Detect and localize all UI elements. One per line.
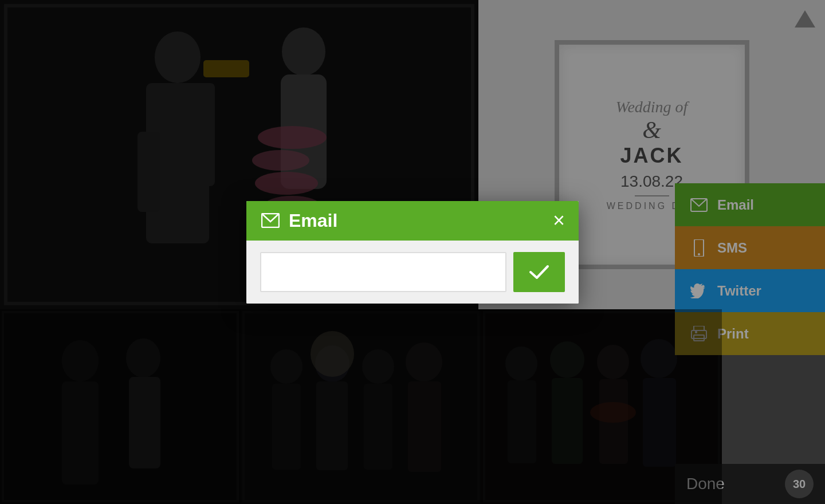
email-modal: Email ×: [246, 201, 579, 304]
modal-title: Email: [260, 210, 337, 231]
checkmark-icon: [529, 264, 549, 280]
modal-header: Email ×: [246, 201, 579, 241]
modal-body: [246, 241, 579, 304]
modal-close-button[interactable]: ×: [553, 210, 565, 231]
modal-email-icon: [260, 210, 281, 231]
modal-title-text: Email: [289, 210, 337, 231]
email-input[interactable]: [260, 252, 506, 292]
modal-overlay[interactable]: Email ×: [0, 0, 825, 504]
email-submit-button[interactable]: [513, 252, 565, 292]
